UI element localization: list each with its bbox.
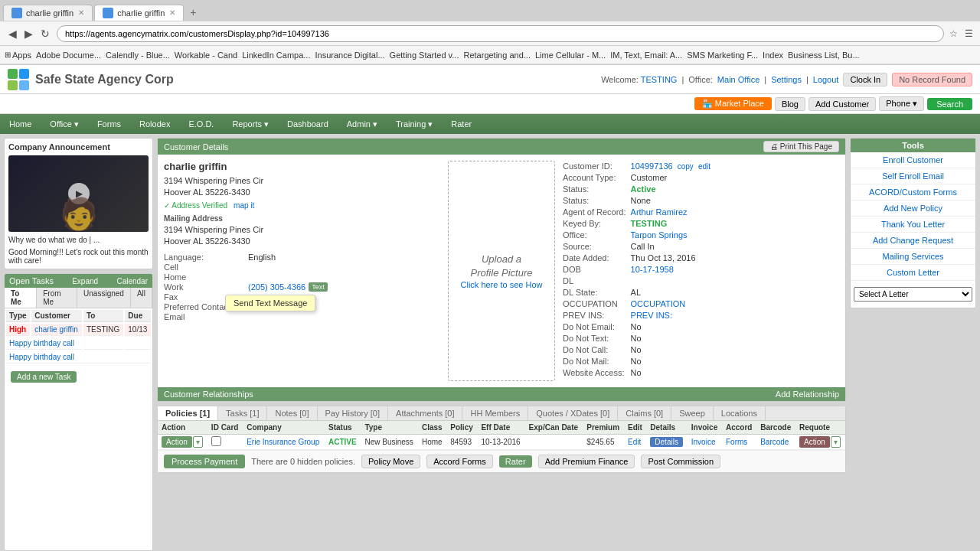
accord-forms-button[interactable]: Accord Forms [426,455,492,468]
back-button[interactable]: ◀ [5,26,21,41]
bookmark-index[interactable]: Index [763,51,783,60]
bookmark-insurance[interactable]: Insurance Digital... [315,51,384,60]
address-input[interactable] [57,25,944,42]
row-company-1[interactable]: Erie Insurance Group [243,435,325,450]
nav-reports[interactable]: Reports ▾ [223,114,278,134]
tool-custom-letter[interactable]: Custom Letter [851,265,975,281]
tool-change-request[interactable]: Add Change Request [851,233,975,249]
tool-mailing-services[interactable]: Mailing Services [851,249,975,265]
nav-admin[interactable]: Admin ▾ [338,114,387,134]
search-button[interactable]: Search [927,98,972,110]
bookmark-linkedin[interactable]: LinkedIn Campa... [242,51,310,60]
add-customer-button[interactable]: Add Customer [808,97,876,111]
tab-hh-members[interactable]: HH Members [462,406,528,420]
policy-move-button[interactable]: Policy Move [361,455,420,468]
add-relationship-link[interactable]: Add Relationship [776,390,839,399]
map-link[interactable]: map it [234,201,254,210]
nav-eod[interactable]: E.O.D. [179,114,223,134]
tab-to-me[interactable]: To Me [5,288,37,308]
customer-id-value[interactable]: 104997136 [631,161,673,171]
nav-rolodex[interactable]: Rolodex [130,114,179,134]
occupation-link[interactable]: OCCUPATION [631,298,839,309]
tab-from-me[interactable]: From Me [37,288,77,308]
tab-2[interactable]: charlie griffin ✕ [94,5,184,21]
tab-unassigned[interactable]: Unassigned [77,288,131,308]
tab-all[interactable]: All [131,288,152,308]
bookmark-retargeting[interactable]: Retargeting and... [463,51,530,60]
tab-1-close[interactable]: ✕ [78,8,84,17]
add-task-button[interactable]: Add a new Task [11,371,77,383]
tool-self-enroll[interactable]: Self Enroll Email [851,168,975,184]
post-commission-button[interactable]: Post Commission [641,455,720,468]
row-invoice-1[interactable]: Invoice [688,435,722,450]
requote-button[interactable]: Action [799,436,830,448]
dob-value[interactable]: 10-17-1958 [631,264,839,275]
tab-2-close[interactable]: ✕ [169,8,175,17]
office-link[interactable]: Main Office [717,75,760,84]
tasks-calendar[interactable]: Calendar [116,277,148,285]
details-button[interactable]: Details [650,437,683,447]
forward-button[interactable]: ▶ [21,26,37,41]
bookmark-adobe[interactable]: Adobe Docume... [36,51,101,60]
id-card-checkbox[interactable] [211,436,221,446]
add-premium-finance-button[interactable]: Add Premium Finance [538,455,635,468]
row-accord-1[interactable]: Forms [722,435,756,450]
bookmark-apps[interactable]: ⊞ Apps [5,51,31,60]
tab-notes[interactable]: Notes [0] [267,406,317,420]
nav-training[interactable]: Training ▾ [387,114,442,134]
bookmark-sms[interactable]: SMS Marketing F... [687,51,758,60]
task-customer-1[interactable]: charlie griffin [31,324,82,336]
tool-acord-forms[interactable]: ACORD/Custom Forms [851,184,975,201]
nav-rater[interactable]: Rater [442,114,481,134]
tasks-expand[interactable]: Expand [72,277,98,285]
tab-tasks[interactable]: Tasks [1] [218,406,267,420]
bookmark-business[interactable]: Business List, Bu... [788,51,860,60]
requote-dropdown[interactable]: ▾ [831,436,841,448]
bookmark-im-text[interactable]: IM, Text, Email: A... [610,51,682,60]
nav-office[interactable]: Office ▾ [41,114,88,134]
edit-link[interactable]: edit [698,162,710,171]
nav-home[interactable]: Home [0,114,41,134]
tool-thank-you[interactable]: Thank You Letter [851,217,975,233]
copy-link[interactable]: copy [678,162,694,171]
tab-1[interactable]: charlie griffin ✕ [3,5,93,21]
row-edit-1[interactable]: Edit [624,435,646,450]
user-link[interactable]: TESTING [641,75,678,84]
marketplace-button[interactable]: 🏪 Market Place [694,97,772,110]
nav-dashboard[interactable]: Dashboard [278,114,338,134]
profile-pic-area[interactable]: Upload a Profile Picture Click here to s… [448,161,555,381]
letter-select[interactable]: Select A Letter [854,287,972,302]
work-phone[interactable]: (205) 305-4366 [248,282,305,292]
tool-add-policy[interactable]: Add New Policy [851,201,975,217]
clock-in-button[interactable]: Clock In [843,73,887,86]
bookmark-calendly[interactable]: Calendly - Blue... [106,51,170,60]
row-details-1[interactable]: Details [646,435,687,450]
star-button[interactable]: ☆ [947,27,960,41]
settings-link[interactable]: Settings [771,75,802,84]
action-button[interactable]: Action [162,436,192,448]
tab-attachments[interactable]: Attachments [0] [388,406,462,420]
tab-quotes[interactable]: Quotes / XDates [0] [528,406,618,420]
bookmark-lime[interactable]: Lime Cellular - M... [535,51,606,60]
tool-enroll-customer[interactable]: Enroll Customer [851,152,975,168]
agent-link[interactable]: Arthur Ramirez [631,207,839,217]
phone-button[interactable]: Phone ▾ [879,96,924,111]
print-button[interactable]: 🖨 Print This Page [763,141,839,152]
tab-sweep[interactable]: Sweep [671,406,714,420]
tab-policies[interactable]: Policies [1] [158,406,218,420]
bookmark-workable[interactable]: Workable - Cand [175,51,237,60]
tab-locations[interactable]: Locations [714,406,766,420]
office-link[interactable]: Tarpon Springs [631,230,839,240]
new-tab-button[interactable]: + [185,5,201,20]
text-button[interactable]: Text [309,282,328,292]
tab-pay-history[interactable]: Pay History [0] [318,406,389,420]
tab-claims[interactable]: Claims [0] [618,406,671,420]
menu-button[interactable]: ☰ [962,27,975,41]
bookmark-getting-started[interactable]: Getting Started v... [390,51,459,60]
refresh-button[interactable]: ↻ [37,26,54,41]
task-desc-3[interactable]: Happy birthday call [6,351,151,364]
video-thumbnail[interactable]: ▶ 🧑 [8,155,149,232]
rater-button[interactable]: Rater [499,455,532,468]
blog-button[interactable]: Blog [775,97,805,111]
profile-pic-link[interactable]: Click here to see How [461,280,543,289]
